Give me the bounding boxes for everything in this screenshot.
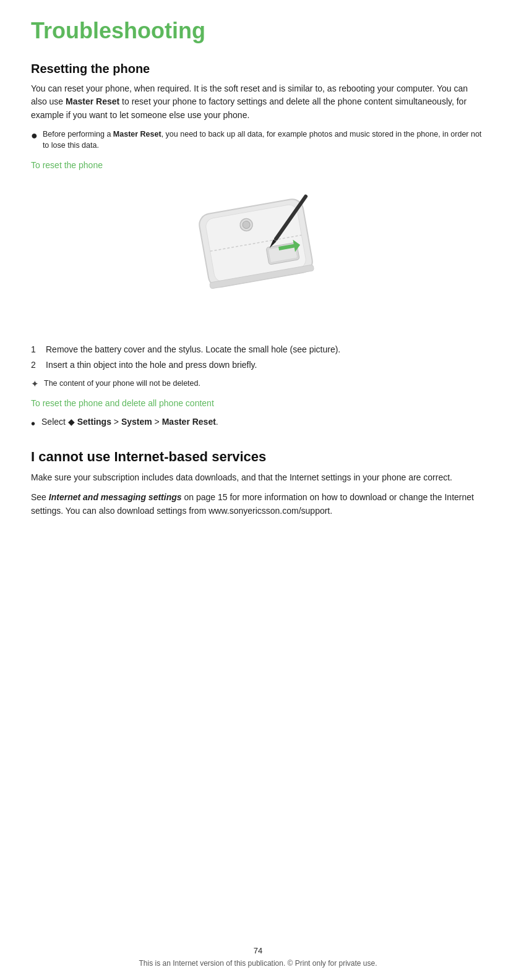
menu-path-bold: Settings <box>77 417 111 427</box>
step-2-text: Insert a thin object into the hole and p… <box>46 359 257 372</box>
warning-box: ● Before performing a Master Reset, you … <box>31 129 485 152</box>
page-title: Troubleshooting <box>31 19 485 43</box>
phone-illustration <box>171 187 345 323</box>
step-1: 1 Remove the battery cover and the stylu… <box>31 343 485 356</box>
bullet-text: Select ◆ Settings > System > Master Rese… <box>41 415 218 429</box>
warning-text: Before performing a Master Reset, you ne… <box>43 129 485 152</box>
warning-icon: ● <box>31 129 38 142</box>
internet-para-1: Make sure your subscription includes dat… <box>31 471 485 485</box>
to-reset-delete-link[interactable]: To reset the phone and delete all phone … <box>31 398 485 408</box>
phone-image-container <box>31 181 485 330</box>
master-reset-bold: Master Reset <box>66 96 119 106</box>
para2-end: . <box>330 506 332 516</box>
numbered-steps: 1 Remove the battery cover and the stylu… <box>31 343 485 372</box>
select-bullet: • Select ◆ Settings > System > Master Re… <box>31 415 485 432</box>
master-reset-menu-bold: Master Reset <box>162 417 216 427</box>
footer: 74 This is an Internet version of this p… <box>0 946 516 968</box>
resetting-heading: Resetting the phone <box>31 62 485 76</box>
to-reset-link[interactable]: To reset the phone <box>31 160 485 170</box>
page-number: 74 <box>0 946 516 955</box>
internet-section: I cannot use Internet-based services Mak… <box>31 449 485 518</box>
para2-start: See <box>31 492 49 502</box>
internet-para-2: See Internet and messaging settings on p… <box>31 491 485 518</box>
internet-heading: I cannot use Internet-based services <box>31 449 485 465</box>
tip-box: ✦ The content of your phone will not be … <box>31 378 485 390</box>
bullet-dot: • <box>31 415 35 432</box>
step-2: 2 Insert a thin object into the hole and… <box>31 359 485 372</box>
system-bold: System <box>121 417 152 427</box>
intro-paragraph: You can reset your phone, when required.… <box>31 82 485 122</box>
footer-text: This is an Internet version of this publ… <box>0 959 516 968</box>
step-2-number: 2 <box>31 359 46 372</box>
para2-link: www.sonyericsson.com/support <box>209 506 330 516</box>
select-label: Select <box>41 417 66 427</box>
step-1-text: Remove the battery cover and the stylus.… <box>46 343 340 356</box>
step-1-number: 1 <box>31 343 46 356</box>
warning-bold: Master Reset <box>113 130 161 138</box>
tip-icon: ✦ <box>31 378 39 390</box>
para2-italic-bold: Internet and messaging settings <box>49 492 182 502</box>
tip-text: The content of your phone will not be de… <box>44 378 200 390</box>
warning-text-1: Before performing a <box>43 130 113 138</box>
